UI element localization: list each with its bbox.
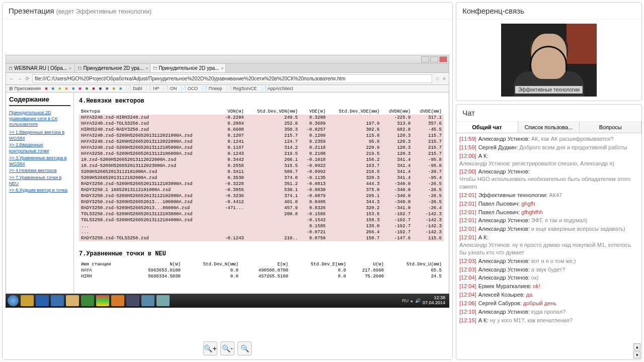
table-row: RADY3250.zsd-5209HS26652013112103000A.zs… xyxy=(79,181,444,187)
zoom-fit-button[interactable]: 🔍 xyxy=(237,341,252,355)
apps-button[interactable]: ⊞ Приложения xyxy=(9,86,41,91)
bookmark-icon[interactable]: ■ xyxy=(45,86,47,91)
chat-scroll-down[interactable]: ▾ xyxy=(633,351,640,358)
taskbar-app-icon[interactable] xyxy=(21,295,34,306)
chat-tab[interactable]: Список пользова... xyxy=(518,122,580,133)
chat-author: Александр Устинов: xyxy=(478,225,530,233)
maximize-button[interactable] xyxy=(430,56,438,62)
chat-text: вот и я о том же;) xyxy=(531,257,576,265)
chat-scroll-up[interactable]: ▴ xyxy=(633,343,640,350)
presenter-video[interactable]: Эффективные технологии xyxy=(501,24,597,97)
bookmark-icon[interactable]: ■ xyxy=(52,86,54,91)
chat-tab[interactable]: Вопросы xyxy=(580,122,641,133)
chat-message: [12:01]А К:Александр Устинов: ну я прост… xyxy=(459,234,638,256)
table-row: HIRH5688334.50300.0457265.51600.075.2600… xyxy=(79,274,444,280)
chat-message: [12:04]Александр Устинов:ок) xyxy=(459,274,638,282)
chat-text: ну у кого М1?, как впечатления? xyxy=(490,317,573,324)
zoom-out-button[interactable]: 🔍- xyxy=(220,341,234,355)
chat-author: Александр Устинов: xyxy=(478,135,530,143)
chat-tabs: Общий чатСписок пользова...Вопросы xyxy=(456,122,641,133)
bookmark-icon[interactable]: ■ xyxy=(72,86,74,91)
bookmark-icon[interactable]: ■ xyxy=(86,86,88,91)
taskbar-app-icon[interactable] xyxy=(51,295,64,306)
chat-author: Александр Устинов: xyxy=(478,266,530,274)
star-icon[interactable]: ☆ xyxy=(435,76,440,81)
table-row: RADY3250.zsd-TOLS3250.zsd-0.1243210..0.0… xyxy=(79,235,444,241)
bookmark-link[interactable]: 📄 Dabl xyxy=(126,86,142,91)
zoom-out-icon: 🔍- xyxy=(222,344,233,352)
bookmark-icon[interactable]: ■ xyxy=(78,86,81,91)
toc-link[interactable]: >> 2.Введенные контрольные точки xyxy=(9,142,70,154)
taskbar-app-icon[interactable] xyxy=(66,295,79,306)
chat-message: [12:04]Ермек Мураткалиев:ok! xyxy=(459,283,638,290)
chat-tab[interactable]: Общий чат xyxy=(456,122,518,133)
chat-timestamp: [11:59] xyxy=(459,135,476,143)
minimize-button[interactable] xyxy=(421,56,429,62)
chat-message: [12:01]Павел Лысевич:ghgfh xyxy=(459,200,638,208)
browser-tab[interactable]: □Принудительное 2D ура...× xyxy=(75,64,150,72)
bookmark-link[interactable]: 📄 RegSurvCE xyxy=(226,86,257,91)
toc-link[interactable]: >> 8.Худшие вектор и точка xyxy=(9,188,70,194)
presentation-body: □WEBINAR.RU | Обра...×□Принудительное 2D… xyxy=(3,20,452,359)
taskbar-clock[interactable]: 12:38 07.04.2014 xyxy=(423,296,447,306)
chat-timestamp: [12:04] xyxy=(459,291,476,299)
video-caption: Эффективные технологии xyxy=(515,86,583,94)
zoom-in-button[interactable]: 🔍+ xyxy=(203,341,217,355)
bookmark-icon[interactable]: ■ xyxy=(92,86,95,91)
chat-message: [12:03]Александр Устинов:вот и я о том ж… xyxy=(459,257,638,265)
taskbar-app-icon[interactable] xyxy=(36,295,49,306)
taskbar-app-icon[interactable] xyxy=(111,295,124,306)
start-button[interactable] xyxy=(8,295,19,306)
system-tray[interactable]: RU ▴ 🔊 xyxy=(402,298,421,303)
url-field[interactable]: file:///C:/Users/HGO%20Project/Обработка… xyxy=(32,74,432,83)
chat-text: ghgfh xyxy=(521,200,535,208)
forward-icon[interactable]: → xyxy=(17,76,22,81)
conference-header: Конференц-связь xyxy=(456,3,641,20)
toc-link[interactable]: >> 4.Невязки векторов xyxy=(9,168,70,174)
bookmark-link[interactable]: 📄 HP xyxy=(146,86,159,91)
chat-message: [12:15]А К:ну у кого М1?, как впечатлени… xyxy=(459,317,638,324)
chrome-icon[interactable] xyxy=(96,295,109,306)
chat-timestamp: [11:59] xyxy=(459,144,476,151)
bookmark-icon[interactable]: ■ xyxy=(99,86,102,91)
toc-link[interactable]: >> 1.Введенные векторa в WGS84 xyxy=(9,130,70,141)
back-icon[interactable]: ← xyxy=(9,76,14,81)
toc-link[interactable]: >> 3.Уравненные векторa в WGS84 xyxy=(9,155,70,167)
zoom-in-icon: 🔍+ xyxy=(204,344,216,352)
table-row: HAYA3240.zsd-HIRH3240.zsd-0.2204249.50.3… xyxy=(79,115,444,121)
taskbar-app-icon[interactable] xyxy=(141,295,154,306)
chat-timestamp: [12:01] xyxy=(459,217,476,224)
tray-icon[interactable]: 🔊 xyxy=(415,298,421,303)
bookmark-icon[interactable]: ■ xyxy=(106,86,108,91)
chat-messages[interactable]: ▴ ▾ [11:59]Александр Устинов:АК, как АК … xyxy=(456,133,641,359)
lang-indicator[interactable]: RU xyxy=(402,298,409,303)
close-button[interactable] xyxy=(439,56,447,62)
bookmark-icon[interactable]: ■ xyxy=(119,86,122,91)
browser-tab[interactable]: □Принудительное 2D ура...× xyxy=(150,64,226,72)
presentation-header: Презентация (ведет Эффективные технологи… xyxy=(3,3,452,20)
taskbar-app-icon[interactable] xyxy=(156,295,170,306)
table-header: Std.Dev_N(мм) xyxy=(183,261,240,267)
tab-close-icon[interactable]: × xyxy=(145,66,148,71)
tab-close-icon[interactable]: × xyxy=(69,66,71,71)
chat-timestamp: [12:10] xyxy=(459,308,476,316)
bookmark-link[interactable]: 📄 AppArchitect xyxy=(261,86,293,91)
tray-icon[interactable]: ▴ xyxy=(411,298,413,303)
bookmark-link[interactable]: 📄 Плеер xyxy=(202,86,222,91)
toc-main-link[interactable]: Принудительное 2D уравнивание сети в СК … xyxy=(9,110,70,128)
taskbar-app-icon[interactable] xyxy=(126,295,139,306)
toc-link[interactable]: >> 7.Уравненные точки в NEU xyxy=(9,175,70,187)
reload-icon[interactable]: ⟳ xyxy=(25,76,29,81)
taskbar-app-icon[interactable] xyxy=(81,295,94,306)
tab-close-icon[interactable]: × xyxy=(221,66,223,71)
bookmark-link[interactable]: 📄 ON xyxy=(163,86,177,91)
menu-icon[interactable]: ≡ xyxy=(443,76,446,81)
bookmark-icon[interactable]: ■ xyxy=(58,86,61,91)
bookmark-icon[interactable]: ■ xyxy=(65,86,67,91)
chat-message: [12:01]Эффективные технологии:АК47 xyxy=(459,192,638,199)
browser-tab[interactable]: □WEBINAR.RU | Обра...× xyxy=(6,64,75,72)
chat-text: и еще каверзные вопросы задавать) xyxy=(531,225,625,233)
bookmark-icon[interactable]: ■ xyxy=(113,86,115,91)
bookmark-link[interactable]: 📄 ОСО xyxy=(181,86,198,91)
chat-text: Александр Устинов: ну я просто думаю над… xyxy=(459,241,638,256)
